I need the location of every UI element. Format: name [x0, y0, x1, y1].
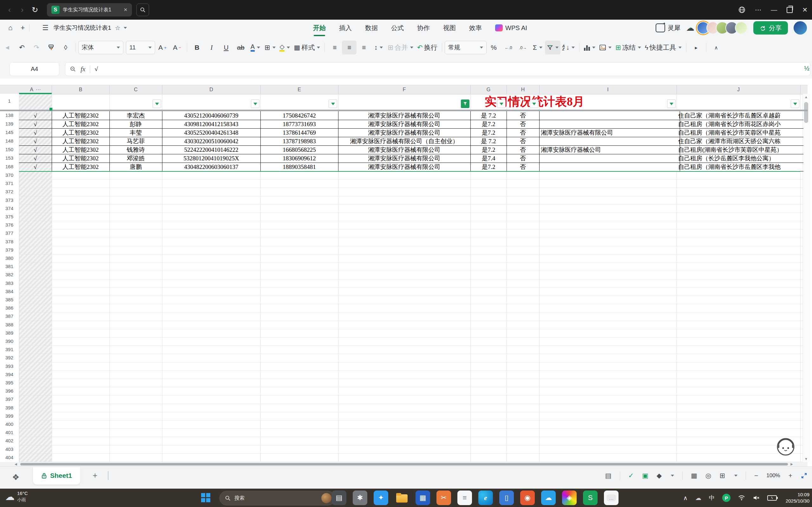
scroll-left-icon[interactable]: ◀	[14, 462, 17, 466]
merge-cells-button[interactable]: ⊞合并	[386, 41, 415, 55]
document-tab[interactable]: S 学生实习情况统计表1 ✕	[47, 3, 132, 16]
cell-G148[interactable]: 是 7.2	[470, 137, 507, 146]
edge-browser-icon[interactable]: e	[478, 491, 493, 505]
column-header-G[interactable]: G	[470, 85, 507, 94]
row-number[interactable]: 138	[0, 112, 19, 118]
row-number[interactable]: 370	[0, 172, 19, 178]
cell-G139[interactable]: 是7.2	[470, 120, 507, 129]
italic-button[interactable]: I	[204, 41, 219, 55]
row-number[interactable]: 376	[0, 222, 19, 228]
cell-F145[interactable]: 湘潭安脉医疗器械有限公司	[338, 128, 471, 137]
recalculate-icon[interactable]: ✓	[628, 472, 634, 480]
cell-G168[interactable]: 是7.2	[470, 163, 507, 171]
file-explorer-icon[interactable]	[395, 491, 409, 505]
scroll-right-icon[interactable]: ▶	[791, 462, 793, 466]
cell-B148[interactable]: 人工智能2302	[52, 137, 110, 146]
column-header-I[interactable]: I	[539, 85, 677, 94]
redo-button[interactable]: ↷	[29, 41, 44, 55]
cell-B150[interactable]: 人工智能2302	[52, 146, 110, 154]
increase-font-button[interactable]: A+	[155, 41, 170, 55]
cell-D145[interactable]: 430525200404261348	[162, 128, 261, 137]
row-number[interactable]: 145	[0, 130, 19, 135]
cell-E145[interactable]: 13786144769	[260, 128, 339, 137]
messenger-app-icon[interactable]: …	[604, 491, 618, 505]
sort-button[interactable]: AZ ↓	[560, 41, 577, 55]
row-number[interactable]: 381	[0, 264, 19, 269]
quick-tools-button[interactable]: ϟ快捷工具	[643, 41, 683, 55]
scroll-up-icon[interactable]: ▲	[804, 95, 808, 99]
ribbon-tab-4[interactable]: 公式	[391, 22, 404, 34]
ribbon-tab-wps-ai[interactable]: WPS AI	[495, 22, 528, 34]
cell-C168[interactable]: 唐鹏	[109, 163, 162, 171]
cell-D138[interactable]: 430521200406060739	[162, 111, 261, 120]
zoom-formula-icon[interactable]	[70, 66, 76, 72]
cell-A168[interactable]: √	[19, 163, 52, 171]
row-number[interactable]: 1	[0, 98, 19, 104]
ribbon-tab-7[interactable]: 效率	[468, 22, 483, 34]
cell-A145[interactable]: √	[19, 128, 52, 137]
horizontal-scroll-thumb[interactable]	[20, 463, 788, 465]
cell-A138[interactable]: √	[19, 111, 52, 120]
outline-view-icon[interactable]: ▤	[605, 472, 612, 480]
cell-F168[interactable]: 湘潭安脉医疗器械有限公司	[338, 163, 471, 171]
store-app-icon[interactable]: ▦	[415, 491, 430, 505]
strikethrough-button[interactable]: ab	[234, 41, 248, 55]
table-settings-icon[interactable]: ▦	[691, 472, 697, 480]
onedrive-icon[interactable]: ☁	[695, 494, 701, 502]
add-sheet-icon[interactable]: +	[93, 470, 97, 481]
cell-C150[interactable]: 钱雅诗	[109, 146, 162, 154]
cell-J139[interactable]: 自己租房（湖南省长沙市雨花区赤岗小	[676, 120, 803, 129]
filter-dropdown-H[interactable]	[530, 100, 538, 108]
filter-button[interactable]	[545, 41, 560, 55]
clock-widget[interactable]: 10:09 2025/10/30	[786, 492, 809, 504]
favorite-star-icon[interactable]: ☆	[115, 24, 120, 32]
row-number[interactable]: 402	[0, 438, 19, 443]
filter-dropdown-D[interactable]	[251, 100, 259, 108]
row-number[interactable]: 392	[0, 355, 19, 360]
netdisk-app-icon[interactable]: ☁	[541, 491, 556, 505]
row-number[interactable]: 400	[0, 421, 19, 427]
close-window-icon[interactable]: ✕	[802, 6, 808, 14]
row-number[interactable]: 386	[0, 305, 19, 311]
sheet-list-icon[interactable]: ❖	[12, 472, 19, 482]
spreadsheet-grid[interactable]: ◢ A⋯BCDEFGHIJ 1138√人工智能2302李宏杰4305212004…	[0, 78, 812, 466]
green-p-tray-icon[interactable]: P	[722, 494, 730, 502]
cell-H153[interactable]: 否	[507, 154, 540, 163]
bold-button[interactable]: B	[190, 41, 204, 55]
cell-D153[interactable]: 53280120041019025X	[162, 154, 261, 163]
filter-dropdown-E[interactable]	[328, 100, 337, 108]
cell-G150[interactable]: 是7.2	[470, 146, 507, 154]
underline-button[interactable]: U	[219, 41, 234, 55]
taskbar-search[interactable]: 搜索	[219, 491, 335, 505]
battery-icon[interactable]: ϟ	[767, 495, 777, 501]
wifi-icon[interactable]	[738, 495, 745, 501]
cell-C153[interactable]: 邓浚皓	[109, 154, 162, 163]
snipping-app-icon[interactable]: ✂	[437, 491, 451, 505]
row-number[interactable]: 373	[0, 198, 19, 203]
row-number[interactable]: 153	[0, 155, 19, 161]
filter-dropdown-G[interactable]	[497, 100, 506, 108]
ribbon-tab-2[interactable]: 插入	[339, 22, 352, 34]
row-number[interactable]: 398	[0, 405, 19, 410]
toolbar-more-icon[interactable]: ▸	[689, 41, 704, 55]
scroll-down-icon[interactable]: ▼	[804, 457, 808, 461]
vertical-align-button[interactable]: ↕	[371, 41, 386, 55]
cell-A150[interactable]: √	[19, 146, 52, 154]
cell-A148[interactable]: √	[19, 137, 52, 146]
align-left-button[interactable]: ≡	[327, 41, 342, 55]
reload-icon[interactable]: ↻	[29, 5, 41, 14]
row-number[interactable]: 404	[0, 455, 19, 460]
column-header-J[interactable]: J	[676, 85, 801, 94]
cell-I150[interactable]: 湘潭安脉医疗器械公司	[539, 146, 680, 154]
zoom-level[interactable]: 100%	[766, 472, 780, 479]
cell-F138[interactable]: 湘潭安脉医疗器械有限公司	[338, 111, 471, 120]
ribbon-tab-5[interactable]: 协作	[416, 22, 430, 34]
fullscreen-icon[interactable]	[801, 472, 808, 479]
cell-H148[interactable]: 否	[507, 137, 540, 146]
share-button[interactable]: 分享	[753, 21, 788, 35]
home-icon[interactable]: ⌂	[8, 24, 12, 32]
row-number[interactable]: 385	[0, 297, 19, 302]
system-window-app-icon[interactable]: ▤	[332, 491, 346, 505]
sheet-tab-active[interactable]: Sheet1	[33, 467, 80, 485]
cell-D148[interactable]: 430302200510060042	[162, 137, 261, 146]
